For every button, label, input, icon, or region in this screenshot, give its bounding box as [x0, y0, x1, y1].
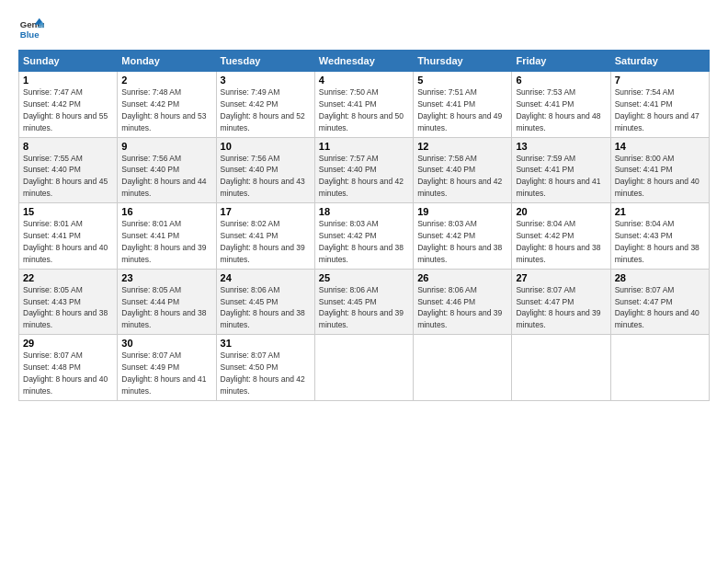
- day-number: 10: [221, 141, 311, 152]
- calendar-cell: [610, 335, 709, 401]
- calendar-cell: 23Sunrise: 8:05 AMSunset: 4:44 PMDayligh…: [118, 269, 216, 335]
- day-number: 19: [417, 206, 507, 217]
- header-friday: Friday: [512, 51, 610, 72]
- day-number: 13: [516, 141, 606, 152]
- svg-text:Blue: Blue: [20, 29, 40, 40]
- day-info: Sunrise: 7:49 AMSunset: 4:42 PMDaylight:…: [221, 87, 305, 132]
- day-info: Sunrise: 7:54 AMSunset: 4:41 PMDaylight:…: [615, 87, 700, 132]
- calendar-cell: 24Sunrise: 8:06 AMSunset: 4:45 PMDayligh…: [216, 269, 314, 335]
- logo: General Blue: [18, 17, 48, 42]
- header-tuesday: Tuesday: [216, 51, 314, 72]
- calendar-cell: [314, 335, 413, 401]
- calendar-cell: 10Sunrise: 7:56 AMSunset: 4:40 PMDayligh…: [216, 137, 314, 203]
- day-number: 9: [121, 141, 211, 152]
- day-number: 14: [615, 141, 705, 152]
- calendar-cell: [414, 335, 512, 401]
- week-row-1: 1Sunrise: 7:47 AMSunset: 4:42 PMDaylight…: [19, 72, 710, 138]
- day-info: Sunrise: 8:00 AMSunset: 4:41 PMDaylight:…: [615, 154, 700, 199]
- calendar-cell: 31Sunrise: 8:07 AMSunset: 4:50 PMDayligh…: [216, 335, 314, 401]
- day-info: Sunrise: 8:03 AMSunset: 4:42 PMDaylight:…: [417, 219, 502, 264]
- day-number: 27: [516, 272, 606, 283]
- day-number: 7: [615, 75, 705, 86]
- calendar-cell: 20Sunrise: 8:04 AMSunset: 4:42 PMDayligh…: [512, 203, 610, 270]
- calendar-cell: 22Sunrise: 8:05 AMSunset: 4:43 PMDayligh…: [19, 269, 118, 335]
- day-number: 6: [516, 75, 606, 86]
- day-number: 29: [23, 338, 113, 349]
- calendar-cell: 2Sunrise: 7:48 AMSunset: 4:42 PMDaylight…: [118, 72, 216, 138]
- day-number: 25: [319, 272, 409, 283]
- calendar-cell: 13Sunrise: 7:59 AMSunset: 4:41 PMDayligh…: [512, 137, 610, 203]
- day-info: Sunrise: 8:06 AMSunset: 4:46 PMDaylight:…: [417, 285, 502, 330]
- day-number: 1: [23, 75, 113, 86]
- day-info: Sunrise: 8:06 AMSunset: 4:45 PMDaylight:…: [221, 285, 305, 330]
- week-row-2: 8Sunrise: 7:55 AMSunset: 4:40 PMDaylight…: [19, 137, 710, 203]
- day-info: Sunrise: 7:48 AMSunset: 4:42 PMDaylight:…: [121, 87, 206, 132]
- day-number: 16: [121, 206, 211, 217]
- calendar-cell: 3Sunrise: 7:49 AMSunset: 4:42 PMDaylight…: [216, 72, 314, 138]
- day-number: 15: [23, 206, 113, 217]
- day-number: 18: [319, 206, 409, 217]
- calendar-cell: [512, 335, 610, 401]
- day-number: 23: [121, 272, 211, 283]
- calendar-cell: 14Sunrise: 8:00 AMSunset: 4:41 PMDayligh…: [610, 137, 709, 203]
- day-info: Sunrise: 8:07 AMSunset: 4:48 PMDaylight:…: [23, 350, 108, 396]
- day-info: Sunrise: 7:59 AMSunset: 4:41 PMDaylight:…: [516, 154, 600, 199]
- day-number: 28: [615, 272, 705, 283]
- day-info: Sunrise: 8:06 AMSunset: 4:45 PMDaylight:…: [319, 285, 404, 330]
- week-row-3: 15Sunrise: 8:01 AMSunset: 4:41 PMDayligh…: [19, 203, 710, 270]
- day-info: Sunrise: 8:05 AMSunset: 4:43 PMDaylight:…: [23, 285, 108, 330]
- calendar-table: SundayMondayTuesdayWednesdayThursdayFrid…: [18, 50, 710, 401]
- calendar-cell: 18Sunrise: 8:03 AMSunset: 4:42 PMDayligh…: [314, 203, 413, 270]
- calendar-cell: 12Sunrise: 7:58 AMSunset: 4:40 PMDayligh…: [414, 137, 512, 203]
- week-row-5: 29Sunrise: 8:07 AMSunset: 4:48 PMDayligh…: [19, 335, 710, 401]
- day-number: 5: [417, 75, 507, 86]
- calendar-cell: 25Sunrise: 8:06 AMSunset: 4:45 PMDayligh…: [314, 269, 413, 335]
- day-number: 24: [221, 272, 311, 283]
- calendar-cell: 4Sunrise: 7:50 AMSunset: 4:41 PMDaylight…: [314, 72, 413, 138]
- header-monday: Monday: [118, 51, 216, 72]
- calendar-cell: 8Sunrise: 7:55 AMSunset: 4:40 PMDaylight…: [19, 137, 118, 203]
- calendar-cell: 6Sunrise: 7:53 AMSunset: 4:41 PMDaylight…: [512, 72, 610, 138]
- header-thursday: Thursday: [414, 51, 512, 72]
- day-info: Sunrise: 8:03 AMSunset: 4:42 PMDaylight:…: [319, 219, 404, 264]
- day-info: Sunrise: 8:07 AMSunset: 4:49 PMDaylight:…: [121, 350, 206, 396]
- calendar-cell: 29Sunrise: 8:07 AMSunset: 4:48 PMDayligh…: [19, 335, 118, 401]
- day-number: 30: [121, 338, 211, 349]
- calendar-cell: 15Sunrise: 8:01 AMSunset: 4:41 PMDayligh…: [19, 203, 118, 270]
- calendar-cell: 19Sunrise: 8:03 AMSunset: 4:42 PMDayligh…: [414, 203, 512, 270]
- day-number: 2: [121, 75, 211, 86]
- day-info: Sunrise: 8:04 AMSunset: 4:43 PMDaylight:…: [615, 219, 700, 264]
- day-info: Sunrise: 8:07 AMSunset: 4:47 PMDaylight:…: [615, 285, 700, 330]
- day-info: Sunrise: 8:04 AMSunset: 4:42 PMDaylight:…: [516, 219, 600, 264]
- day-number: 3: [221, 75, 311, 86]
- calendar-cell: 30Sunrise: 8:07 AMSunset: 4:49 PMDayligh…: [118, 335, 216, 401]
- day-info: Sunrise: 7:56 AMSunset: 4:40 PMDaylight:…: [121, 154, 206, 199]
- week-row-4: 22Sunrise: 8:05 AMSunset: 4:43 PMDayligh…: [19, 269, 710, 335]
- day-number: 31: [221, 338, 311, 349]
- day-info: Sunrise: 8:05 AMSunset: 4:44 PMDaylight:…: [121, 285, 206, 330]
- day-info: Sunrise: 8:02 AMSunset: 4:41 PMDaylight:…: [221, 219, 305, 264]
- day-number: 4: [319, 75, 409, 86]
- calendar-cell: 21Sunrise: 8:04 AMSunset: 4:43 PMDayligh…: [610, 203, 709, 270]
- day-info: Sunrise: 7:53 AMSunset: 4:41 PMDaylight:…: [516, 87, 600, 132]
- day-number: 11: [319, 141, 409, 152]
- calendar-cell: 11Sunrise: 7:57 AMSunset: 4:40 PMDayligh…: [314, 137, 413, 203]
- day-number: 26: [417, 272, 507, 283]
- day-number: 22: [23, 272, 113, 283]
- header-saturday: Saturday: [610, 51, 709, 72]
- calendar-cell: 5Sunrise: 7:51 AMSunset: 4:41 PMDaylight…: [414, 72, 512, 138]
- calendar-cell: 17Sunrise: 8:02 AMSunset: 4:41 PMDayligh…: [216, 203, 314, 270]
- day-number: 21: [615, 206, 705, 217]
- calendar-cell: 26Sunrise: 8:06 AMSunset: 4:46 PMDayligh…: [414, 269, 512, 335]
- calendar-body: 1Sunrise: 7:47 AMSunset: 4:42 PMDaylight…: [19, 72, 710, 401]
- calendar-cell: 28Sunrise: 8:07 AMSunset: 4:47 PMDayligh…: [610, 269, 709, 335]
- day-number: 8: [23, 141, 113, 152]
- calendar-cell: 27Sunrise: 8:07 AMSunset: 4:47 PMDayligh…: [512, 269, 610, 335]
- header-wednesday: Wednesday: [314, 51, 413, 72]
- day-info: Sunrise: 7:58 AMSunset: 4:40 PMDaylight:…: [417, 154, 502, 199]
- calendar-cell: 1Sunrise: 7:47 AMSunset: 4:42 PMDaylight…: [19, 72, 118, 138]
- day-info: Sunrise: 8:01 AMSunset: 4:41 PMDaylight:…: [23, 219, 108, 264]
- calendar-header-row: SundayMondayTuesdayWednesdayThursdayFrid…: [19, 51, 710, 72]
- day-info: Sunrise: 7:57 AMSunset: 4:40 PMDaylight:…: [319, 154, 404, 199]
- logo-icon: General Blue: [18, 17, 44, 42]
